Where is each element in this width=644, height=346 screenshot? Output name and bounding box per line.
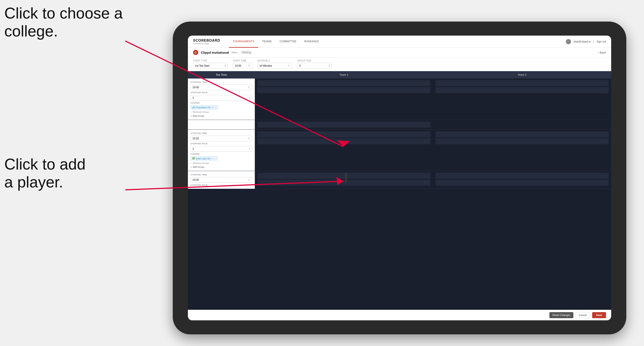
sign-out-link[interactable]: Sign out	[596, 40, 606, 43]
player-slot[interactable]: × ⋮	[258, 80, 430, 86]
add-group-1[interactable]: + Add Group	[190, 115, 252, 117]
col-team2: Team 2	[433, 71, 611, 79]
remove-group-2[interactable]: ○ Remove Group	[190, 162, 252, 164]
group-size-group: Group Size 3 ▾	[297, 59, 332, 69]
controls-row: Start Type 1st Tee Start ▾ Start Time 10…	[188, 57, 611, 71]
group-config-1: STARTING TIME: 10:00 ⓘ STARTING HOLE: 1 …	[188, 79, 255, 120]
start-type-select[interactable]: 1st Tee Start ▾	[193, 63, 228, 69]
slot-menu-icon[interactable]: ⋮	[426, 181, 429, 184]
tablet-side-button	[345, 173, 347, 183]
player-slot[interactable]: × ⋮	[436, 131, 608, 137]
start-time-input[interactable]: 10:00 ⓘ	[233, 63, 252, 69]
slot-x-icon[interactable]: ×	[424, 174, 425, 177]
back-button[interactable]: ‹ Back	[598, 51, 606, 54]
slot-x-icon[interactable]: ×	[602, 181, 603, 184]
player-slot[interactable]: × ⋮	[436, 173, 608, 179]
player-slot[interactable]: × ⋮	[258, 138, 430, 144]
group-config-2: STARTING TIME: 10:10 ⓘ STARTING HOLE: 1 …	[188, 130, 255, 171]
slot-menu-icon[interactable]: ⋮	[426, 174, 429, 177]
course-tag-edit-2[interactable]: ⋮	[214, 157, 216, 160]
slot-x-icon[interactable]: ×	[602, 174, 603, 177]
slot-menu-icon[interactable]: ⋮	[604, 181, 607, 184]
start-type-value: 1st Tee Start	[195, 64, 210, 67]
slot-menu-icon[interactable]: ⋮	[426, 82, 429, 85]
reset-changes-button[interactable]: Reset Changes	[550, 312, 574, 318]
slot-x-icon[interactable]: ×	[424, 133, 425, 136]
starting-hole-field-2[interactable]: 1 ▾	[190, 146, 252, 152]
course-field-1: (A) Peachtree GC × ⋮	[190, 105, 252, 109]
hole-chevron-2: ▾	[249, 148, 250, 150]
starting-time-value-2: 10:10	[192, 137, 199, 140]
footer-bar: Reset Changes Cancel Save	[188, 310, 611, 320]
nav-brand: SCOREBOARD Powered by clippd	[193, 39, 220, 45]
course-tag-remove-1[interactable]: ×	[212, 106, 213, 109]
group-size-select[interactable]: 3 ▾	[297, 63, 332, 69]
starting-time-field-3[interactable]: 10:20 ⓘ	[190, 177, 252, 183]
slot-x-icon[interactable]: ×	[424, 140, 425, 143]
add-group-2[interactable]: + Add Group	[190, 166, 252, 168]
nav-link-committee[interactable]: COMMITTEE	[276, 36, 300, 48]
table-row: × ⋮	[188, 120, 611, 130]
start-time-value: 10:00	[235, 64, 241, 67]
course-tag-edit-1[interactable]: ⋮	[214, 106, 216, 109]
player-slot[interactable]: × ⋮	[436, 180, 608, 186]
separator: |	[593, 40, 594, 43]
starting-hole-label-2: STARTING HOLE:	[190, 143, 252, 145]
player-slot[interactable]: × ⋮	[436, 80, 608, 86]
slot-x-icon[interactable]: ×	[424, 181, 425, 184]
col-tee-time: Tee Time	[188, 71, 255, 79]
course-tag-remove-2[interactable]: ×	[212, 157, 213, 160]
slot-menu-icon[interactable]: ⋮	[426, 133, 429, 136]
starting-time-field-2[interactable]: 10:10 ⓘ	[190, 136, 252, 141]
slot-x-icon[interactable]: ×	[602, 89, 603, 91]
slot-x-icon[interactable]: ×	[424, 82, 425, 85]
start-time-group: Start Time 10:00 ⓘ	[233, 59, 252, 69]
remove-group-1[interactable]: ○ Remove Group	[190, 111, 252, 113]
save-button[interactable]: Save	[592, 312, 606, 318]
player-slot[interactable]: × ⋮	[436, 87, 608, 93]
player-slot[interactable]: × ⋮	[258, 87, 430, 93]
starting-time-field-1[interactable]: 10:00 ⓘ	[190, 85, 252, 90]
slot-menu-icon[interactable]: ⋮	[604, 133, 607, 136]
slot-x-icon[interactable]: ×	[602, 133, 603, 136]
course-tag-2[interactable]: 🌿 East Lake GC × ⋮	[190, 156, 218, 161]
slot-x-icon[interactable]: ×	[602, 140, 603, 143]
player-slot[interactable]: × ⋮	[258, 180, 430, 186]
slot-menu-icon[interactable]: ⋮	[604, 82, 607, 85]
nav-bar: SCOREBOARD Powered by clippd TOURNAMENTS…	[188, 36, 611, 48]
starting-hole-field-1[interactable]: 1 ▾	[190, 95, 252, 101]
remove-icon-1: ○	[190, 111, 192, 113]
intervals-select[interactable]: 10 Minutes ⓘ	[258, 63, 292, 69]
team1-cell-1: × ⋮ × ⋮	[255, 79, 433, 120]
slot-menu-icon[interactable]: ⋮	[426, 89, 429, 92]
nav-link-teams[interactable]: TEAMS	[258, 36, 276, 48]
nav-link-tournaments[interactable]: TOURNAMENTS	[229, 36, 258, 48]
tablet-screen: SCOREBOARD Powered by clippd TOURNAMENTS…	[188, 36, 611, 320]
player-slot[interactable]: × ⋮	[258, 122, 430, 128]
player-slot[interactable]: × ⋮	[436, 138, 608, 144]
starting-time-label-2: STARTING TIME:	[190, 132, 252, 134]
info-icon-intervals: ⓘ	[288, 64, 290, 67]
nav-link-rankings[interactable]: RANKINGS	[300, 36, 323, 48]
slot-menu-icon[interactable]: ⋮	[604, 89, 607, 92]
intervals-group: Intervals 10 Minutes ⓘ	[258, 59, 292, 69]
slot-x-icon[interactable]: ×	[424, 89, 425, 91]
slot-menu-icon[interactable]: ⋮	[604, 140, 607, 143]
hosting-badge: Hosting	[240, 50, 253, 54]
cancel-button[interactable]: Cancel	[576, 312, 590, 318]
table-header: Tee Time Team 1 Team 2	[188, 71, 611, 79]
slot-menu-icon[interactable]: ⋮	[604, 174, 607, 177]
course-tag-1[interactable]: (A) Peachtree GC × ⋮	[190, 105, 218, 109]
intervals-value: 10 Minutes	[259, 64, 272, 67]
slot-menu-icon[interactable]: ⋮	[426, 140, 429, 143]
group-size-label: Group Size	[297, 59, 332, 62]
player-slot[interactable]: × ⋮	[258, 173, 430, 179]
team1-cell-2: × ⋮ × ⋮	[255, 130, 433, 171]
starting-time-label-1: STARTING TIME:	[190, 81, 252, 83]
slot-x-icon[interactable]: ×	[424, 123, 425, 126]
player-slot[interactable]: × ⋮	[258, 131, 430, 137]
slot-x-icon[interactable]: ×	[602, 82, 603, 85]
add-icon-2: +	[190, 166, 192, 168]
slot-menu-icon[interactable]: ⋮	[426, 123, 429, 126]
team2-cell-3: × ⋮ × ⋮	[433, 171, 611, 189]
